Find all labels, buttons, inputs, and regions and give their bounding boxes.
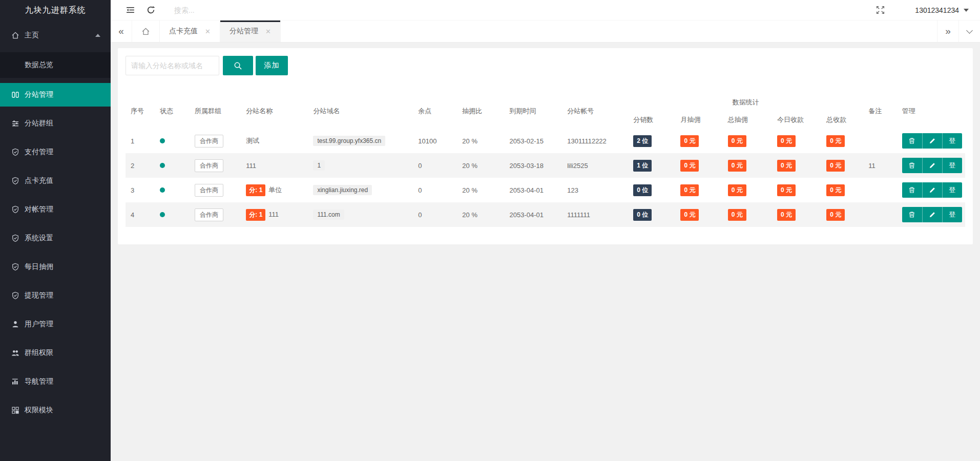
sidebar-item-data-overview[interactable]: 数据总览 (0, 52, 111, 78)
account-cell: 13011112222 (562, 129, 628, 153)
status-cell (155, 129, 190, 153)
site-name: 单位 (268, 186, 282, 194)
money-badge: 0 元 (777, 209, 796, 221)
manage-cell: 登 (897, 202, 965, 227)
domain-cell: test.99.group.yfx365.cn (308, 129, 413, 153)
row-actions: 登 (902, 182, 962, 198)
sidebar-item-group-permissions[interactable]: 群组权限 (0, 341, 111, 365)
site-management-card: 添加 序号 状态 所属群组 分站名称 (118, 48, 973, 244)
expire-cell: 2053-02-15 (505, 129, 562, 153)
domain-pill: xinglian.jiuxing.red (313, 185, 372, 195)
search-button[interactable] (223, 56, 253, 75)
sites-table: 序号 状态 所属群组 分站名称 分站域名 余点 抽拥比 到期时间 分站帐号 数据… (126, 94, 965, 227)
users-icon (11, 349, 19, 357)
name-cell: 测试 (241, 129, 308, 153)
user-account-label: 13012341234 (915, 6, 959, 14)
login-button[interactable]: 登 (942, 133, 962, 149)
delete-button[interactable] (902, 158, 922, 173)
sidebar-item-label: 导航管理 (25, 377, 53, 386)
total-income-cell: 0 元 (821, 153, 863, 178)
close-icon[interactable]: ✕ (205, 28, 211, 35)
collapse-sidebar-button[interactable] (120, 0, 140, 20)
login-button[interactable]: 登 (942, 158, 962, 173)
login-button[interactable]: 登 (942, 207, 962, 222)
row-actions: 登 (902, 133, 962, 149)
today-income-cell: 0 元 (772, 178, 821, 202)
sidebar-item-withdrawal[interactable]: 提现管理 (0, 284, 111, 307)
search-icon (234, 61, 242, 70)
edit-button[interactable] (922, 182, 942, 198)
sidebar-item-payment[interactable]: 支付管理 (0, 140, 111, 164)
sidebar-item-label: 对帐管理 (25, 205, 53, 214)
total-commission-cell: 0 元 (723, 178, 772, 202)
sidebar-item-nav-management[interactable]: 导航管理 (0, 370, 111, 393)
money-badge: 0 元 (826, 209, 845, 221)
col-group: 所属群组 (190, 94, 241, 129)
distributors-badge: 2 位 (633, 135, 652, 147)
main-column: 13012341234 « 点卡充值 ✕ 分站管理 ✕ » (111, 0, 980, 461)
table-row: 2 合作商 111 1 0 20 % 2053-03-18 lili2525 1… (126, 153, 965, 178)
tab-site-management[interactable]: 分站管理 ✕ (220, 20, 281, 42)
tab-home[interactable] (132, 20, 160, 42)
today-income-cell: 0 元 (772, 153, 821, 178)
sidebar-item-label: 提现管理 (25, 291, 53, 300)
status-cell (155, 153, 190, 178)
fullscreen-button[interactable] (870, 0, 890, 20)
refresh-button[interactable] (140, 0, 161, 20)
delete-button[interactable] (902, 207, 922, 222)
total-income-cell: 0 元 (821, 178, 863, 202)
tabs-scroll-left-button[interactable]: « (111, 20, 132, 42)
col-points: 余点 (413, 94, 457, 129)
distributors-cell: 0 位 (628, 202, 675, 227)
sidebar-item-daily-commission[interactable]: 每日抽佣 (0, 255, 111, 279)
today-income-cell: 0 元 (772, 129, 821, 153)
edit-button[interactable] (922, 158, 942, 173)
col-total-commission: 总抽佣 (723, 111, 772, 129)
money-badge: 0 元 (777, 135, 796, 147)
points-cell: 10100 (413, 129, 457, 153)
status-cell (155, 178, 190, 202)
add-button[interactable]: 添加 (256, 56, 288, 75)
chevron-down-icon (964, 9, 969, 12)
delete-button[interactable] (902, 133, 922, 149)
sidebar-item-reconciliation[interactable]: 对帐管理 (0, 198, 111, 221)
seq-cell: 2 (126, 153, 155, 178)
month-commission-cell: 0 元 (675, 178, 722, 202)
login-button[interactable]: 登 (942, 182, 962, 198)
global-search-input[interactable] (174, 6, 277, 14)
sidebar-item-home[interactable]: 主页 (0, 24, 111, 47)
tabs-scroll-right-button[interactable]: » (937, 20, 958, 42)
col-rate: 抽拥比 (457, 94, 504, 129)
sidebar-item-site-management[interactable]: 分站管理 (0, 83, 111, 107)
sidebar-item-user-management[interactable]: 用户管理 (0, 312, 111, 336)
name-cell: 分: 1单位 (241, 178, 308, 202)
edit-button[interactable] (922, 133, 942, 149)
domain-pill: 1 (313, 160, 325, 171)
hamburger-collapse-icon (126, 5, 135, 15)
close-icon[interactable]: ✕ (265, 28, 271, 35)
site-name: 111 (268, 211, 279, 218)
sidebar-item-permission-modules[interactable]: 权限模块 (0, 399, 111, 422)
col-status: 状态 (155, 94, 190, 129)
distributors-cell: 2 位 (628, 129, 675, 153)
col-distributors: 分销数 (628, 111, 675, 129)
edit-button[interactable] (922, 207, 942, 222)
manage-cell: 登 (897, 178, 965, 202)
sidebar-item-system-settings[interactable]: 系统设置 (0, 226, 111, 250)
content-area: 添加 序号 状态 所属群组 分站名称 (111, 43, 980, 461)
col-expire: 到期时间 (505, 94, 562, 129)
group-tag: 合作商 (195, 135, 223, 148)
table-row: 3 合作商 分: 1单位 xinglian.jiuxing.red 0 20 %… (126, 178, 965, 202)
sidebar-item-site-groups[interactable]: 分站群组 (0, 112, 111, 135)
delete-button[interactable] (902, 182, 922, 198)
group-cell: 合作商 (190, 153, 241, 178)
tabs-menu-button[interactable] (958, 20, 980, 42)
group-cell: 合作商 (190, 202, 241, 227)
user-menu[interactable]: 13012341234 (915, 6, 969, 14)
tab-card-recharge[interactable]: 点卡充值 ✕ (160, 20, 220, 42)
sidebar-item-card-recharge[interactable]: 点卡充值 (0, 169, 111, 193)
status-cell (155, 202, 190, 227)
site-search-input[interactable] (126, 56, 219, 75)
money-badge: 0 元 (777, 160, 796, 172)
row-actions: 登 (902, 158, 962, 173)
